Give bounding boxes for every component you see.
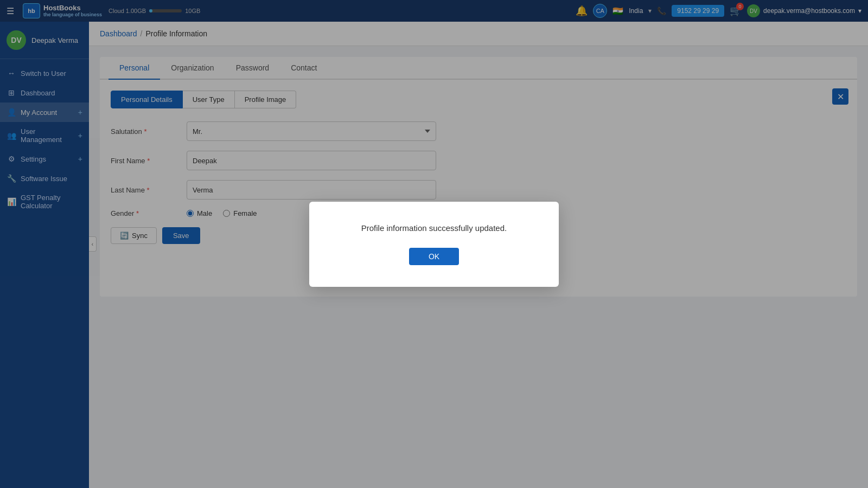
- success-dialog: Profile information successfully updated…: [309, 202, 559, 287]
- dialog-overlay: Profile information successfully updated…: [0, 0, 868, 488]
- ok-button[interactable]: OK: [409, 248, 459, 265]
- dialog-message: Profile information successfully updated…: [342, 223, 526, 233]
